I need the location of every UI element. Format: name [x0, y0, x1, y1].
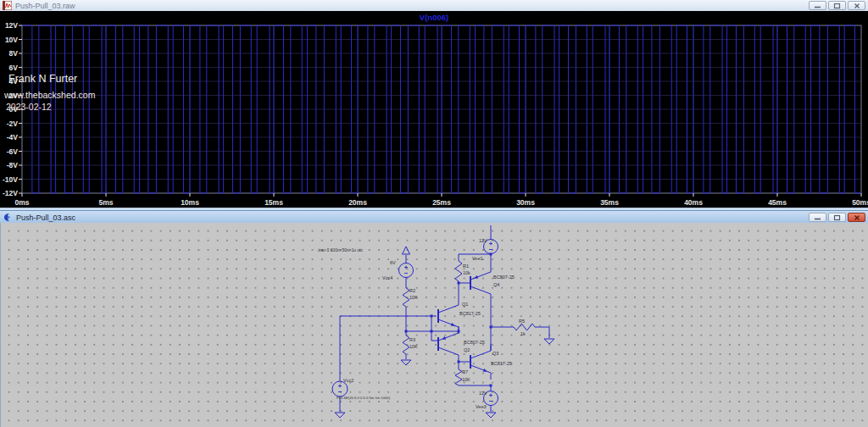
x-tick-label: 40ms: [684, 198, 703, 207]
schematic-label: BC807-25: [493, 274, 515, 280]
junction-dot: [490, 326, 492, 329]
plot-title: V(n006): [420, 13, 448, 22]
voltage-source-polarity: [489, 394, 492, 402]
junction-dot: [458, 330, 460, 333]
voltage-source-polarity: [404, 266, 408, 274]
schematic-file-icon: [3, 213, 12, 222]
schematic-label: Vee3: [476, 404, 487, 409]
voltage-source: [332, 381, 348, 396]
y-tick-label: -10V: [3, 175, 18, 184]
close-button-raw[interactable]: [848, 1, 865, 10]
voltage-source-polarity: [338, 385, 342, 392]
voltage-source: [399, 263, 414, 278]
junction-dot: [490, 253, 492, 256]
schematic-label: Vcc2: [343, 378, 353, 383]
y-tick-label: -6V: [7, 147, 19, 156]
window-title-asc: Push-Pull_03.asc: [16, 214, 75, 222]
voltage-source-polarity: [489, 242, 492, 250]
schematic-label: 10K: [409, 344, 418, 349]
titlebar-raw[interactable]: Push-Pull_03.raw: [0, 0, 868, 12]
schematic-wire: [470, 286, 491, 294]
close-icon: [854, 214, 860, 221]
schematic-label: Q4: [493, 282, 499, 287]
npn-transistor: [451, 323, 455, 326]
resistor: [455, 369, 462, 385]
schematic-label: 1k: [520, 331, 526, 336]
y-tick-label: -8V: [7, 161, 19, 169]
window-asc: Push-Pull_03.asc .tran 0 100m 50m 1u uic…: [0, 210, 868, 427]
schematic-label: 12V: [479, 391, 487, 396]
pnp-transistor: [474, 275, 478, 279]
schematic-wire: [470, 351, 491, 358]
junction-dot: [431, 330, 433, 333]
x-tick-label: 30ms: [516, 198, 535, 207]
schematic-label: 10K: [409, 295, 418, 300]
schematic-wire: [470, 365, 491, 373]
waveform-file-icon: [3, 1, 12, 10]
window-title-raw: Push-Pull_03.raw: [15, 2, 75, 10]
schematic-label: R1: [463, 263, 469, 269]
resistor: [403, 336, 409, 354]
maximize-icon: [833, 3, 841, 9]
junction-dot: [431, 315, 433, 318]
x-tick-label: 0ms: [14, 198, 29, 207]
y-tick-label: 12V: [5, 21, 18, 30]
x-tick-label: 20ms: [348, 198, 367, 207]
schematic-label: 6V: [390, 260, 396, 265]
junction-dot: [458, 282, 460, 285]
schematic-label: BC807-25: [464, 340, 485, 345]
schematic-label: Vcc4: [382, 275, 392, 280]
junction-dot: [405, 330, 408, 333]
schematic-label: 12V: [479, 238, 487, 243]
minimize-button-asc[interactable]: [809, 213, 826, 222]
schematic-wire: [438, 319, 459, 327]
maximize-button-raw[interactable]: [828, 1, 846, 10]
schematic-label: 10K: [462, 377, 470, 382]
schematic-label: R2: [409, 288, 415, 293]
maximize-icon: [833, 214, 841, 221]
y-tick-label: 10V: [5, 36, 18, 44]
x-tick-label: 5ms: [98, 198, 113, 207]
y-tick-label: -12V: [3, 189, 18, 197]
plot-annotation: www.thebackshed.com: [3, 90, 96, 100]
ground-symbol: [401, 360, 411, 365]
schematic-wire: [470, 272, 491, 280]
schematic-label: R3: [409, 337, 415, 342]
close-icon: [854, 3, 860, 9]
waveform-plot[interactable]: 12V10V8V6V4V2V0V-2V-4V-6V-8V-10V-12V0ms5…: [0, 11, 868, 208]
x-tick-label: 50ms: [852, 198, 868, 207]
schematic-canvas[interactable]: .tran 0 100m 50m 1u uic6VVcc4R210KR310KV…: [0, 223, 868, 427]
x-tick-label: 45ms: [768, 198, 787, 207]
resistor: [514, 324, 535, 330]
schematic-label: Q2: [464, 347, 470, 352]
maximize-button-asc[interactable]: [828, 213, 846, 222]
window-raw: Push-Pull_03.raw 12V10V8V6V4V2V0V-2V-4V-…: [0, 0, 868, 208]
npn-transistor: [483, 369, 487, 372]
schematic-wire: [438, 305, 459, 313]
schematic-wire: [438, 333, 459, 341]
junction-dot: [458, 361, 460, 363]
net-arrow-icon: [403, 247, 410, 254]
pnp-transistor: [442, 336, 446, 340]
schematic-drawing: .tran 0 100m 50m 1u uic6VVcc4R210KR310KV…: [1, 223, 868, 427]
x-tick-label: 10ms: [181, 198, 199, 207]
close-button-asc[interactable]: [848, 213, 865, 222]
resistor: [455, 261, 462, 281]
ground-symbol: [486, 413, 496, 418]
junction-dot: [490, 385, 492, 387]
schematic-label: R5: [519, 319, 525, 324]
schematic-wire: [438, 347, 459, 355]
schematic-label: Vee1: [472, 256, 483, 261]
y-tick-label: -2V: [7, 119, 19, 128]
plot-annotation: 2023-02-12: [6, 102, 52, 112]
minimize-icon: [814, 214, 821, 220]
schematic-label: Q1: [462, 302, 468, 307]
x-tick-label: 25ms: [432, 198, 451, 207]
minimize-button-raw[interactable]: [809, 1, 826, 10]
x-tick-label: 35ms: [600, 198, 619, 207]
schematic-label: BC817-25: [459, 311, 481, 316]
y-tick-label: -4V: [7, 133, 19, 141]
schematic-label: PULSE(20 6 0 0 0 0.5m 1m 1000): [337, 396, 391, 400]
y-tick-label: 6V: [9, 64, 19, 72]
resistor: [403, 288, 409, 307]
